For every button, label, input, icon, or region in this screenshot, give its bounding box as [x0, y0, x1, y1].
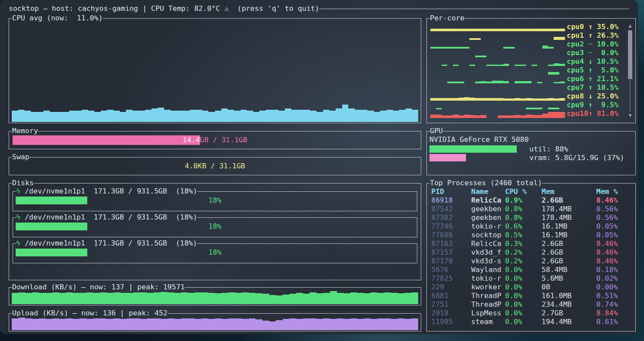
chart-bar — [140, 292, 147, 304]
process-row[interactable]: 5676Wayland0.0%58.4MB0.18% — [431, 266, 633, 274]
process-cell: 178.4MB — [542, 213, 596, 222]
chart-bar — [289, 294, 296, 304]
chart-bar — [361, 110, 367, 122]
chart-bar — [412, 110, 418, 122]
app-title-bar: socktop — host: cachyos-gaming | CPU Tem… — [9, 4, 629, 13]
process-cell: 0.0% — [505, 266, 542, 274]
chart-bar — [215, 318, 222, 330]
chart-bar — [79, 293, 86, 304]
process-cell: ThreadP — [471, 300, 505, 309]
chart-bar — [19, 318, 26, 330]
core-row: cpu0 ↑ 35.0% — [430, 23, 625, 31]
core-sparkline — [430, 40, 565, 49]
process-row[interactable]: 77746tokio-r0.6%16.1MB0.05% — [431, 222, 633, 231]
core-sparkline — [430, 31, 565, 40]
chart-bar — [147, 293, 154, 304]
process-row[interactable]: 87542geekben0.8%178.4MB0.56% — [431, 205, 633, 213]
disk-gauge-label: 18% — [16, 249, 414, 256]
chart-bar — [559, 112, 565, 118]
cpu-avg-chart — [12, 20, 418, 122]
chart-bar — [181, 292, 188, 304]
process-cell: 8.46% — [596, 196, 633, 205]
core-sparkline — [430, 75, 565, 83]
core-row: cpu5 ↑ 5.0% — [430, 66, 625, 75]
core-row: cpu4 ↓ 10.5% — [430, 57, 625, 66]
chart-bar — [100, 318, 107, 330]
chart-bar — [343, 319, 350, 330]
chart-bar — [289, 318, 296, 330]
chart-bar — [459, 115, 464, 118]
core-sparkline — [430, 109, 565, 118]
process-cell: 5676 — [431, 266, 471, 274]
core-label: cpu4 ↓ 10.5% — [567, 57, 625, 66]
process-cell: 0B — [542, 283, 596, 292]
process-cell: 0.05% — [596, 222, 633, 231]
process-row[interactable]: 2918LspMess0.0%2.7GB8.84% — [431, 309, 633, 318]
process-cell: 2.6GB — [542, 196, 596, 205]
upload-chart — [12, 315, 418, 330]
chart-bar — [18, 110, 25, 122]
core-sparkline — [430, 66, 565, 75]
process-row[interactable]: 11985steam0.0%194.4MB0.61% — [431, 318, 633, 326]
chart-bar — [19, 292, 26, 304]
chart-bar — [259, 111, 266, 122]
desktop: { "title_bar": { "text": "socktop — host… — [0, 0, 644, 341]
chart-bar — [291, 110, 298, 122]
disk-usage: 171.3GB / 931.5GB (18%) — [85, 239, 197, 247]
chart-bar — [113, 292, 120, 304]
flash-icon: ϟ — [16, 239, 25, 247]
chart-bar — [181, 318, 188, 330]
process-row[interactable]: 6881ThreadP0.0%161.0MB0.51% — [431, 292, 633, 300]
process-row[interactable]: 77825tokio-r0.0%5.6MB0.02% — [431, 274, 633, 283]
process-row[interactable]: 86918RelicCa0.9%2.6GB8.46% — [431, 196, 633, 205]
chart-bar — [406, 108, 412, 122]
process-row[interactable]: 87170vkd3d-s0.2%2.6GB8.46% — [431, 257, 633, 266]
process-cell: 0.5% — [505, 231, 542, 239]
gpu-panel: GPU NVIDIA GeForce RTX 5080 util: 88% vr… — [426, 131, 636, 175]
chart-bar — [94, 112, 101, 122]
chart-bar — [253, 112, 260, 122]
scroll-down-icon[interactable]: ▼ — [627, 112, 633, 118]
core-sparkline — [430, 23, 565, 31]
chart-bar — [357, 319, 364, 330]
chart-bar — [526, 115, 532, 118]
chart-bar — [183, 111, 190, 122]
process-cell: 2.7GB — [542, 309, 596, 318]
chart-bar — [113, 111, 120, 122]
chart-bar — [43, 111, 50, 122]
chart-bar — [168, 318, 175, 330]
process-rows: 86918RelicCa0.9%2.6GB8.46%87542geekben0.… — [431, 196, 633, 326]
memory-gauge: 14.4GB / 31.1GB 14.4GB / 31.1GB — [13, 135, 417, 145]
process-cell: vkd3d_f — [471, 248, 505, 257]
chart-bar — [140, 319, 147, 330]
process-row[interactable]: 87163RelicCa0.3%2.6GB8.46% — [431, 239, 633, 248]
chart-bar — [134, 292, 141, 304]
core-rows: cpu0 ↑ 35.0%cpu1 ↑ 26.3%cpu2 ╌ 10.0%cpu3… — [430, 23, 625, 118]
scrollbar-thumb[interactable] — [628, 30, 632, 79]
scroll-up-icon[interactable]: ▲ — [627, 23, 633, 29]
core-sparkline — [430, 57, 565, 66]
process-cell: 16.1MB — [542, 222, 596, 231]
process-cell: socktop — [471, 231, 505, 239]
scrollbar[interactable]: ▲ ▼ — [627, 23, 633, 118]
chart-bar — [548, 112, 554, 118]
process-cell: 0.56% — [596, 205, 633, 213]
process-row[interactable]: 87382geekben0.8%178.4MB0.56% — [431, 213, 633, 222]
core-sparkline — [430, 101, 565, 109]
process-cell: 16.1MB — [542, 231, 596, 239]
process-cell: 234.4MB — [542, 300, 596, 309]
chart-bar — [201, 318, 208, 330]
chart-bar — [82, 110, 88, 122]
process-row[interactable]: 87157vkd3d_f0.2%2.6GB8.46% — [431, 248, 633, 257]
core-row: cpu10↑ 81.0% — [430, 109, 625, 118]
chart-bar — [12, 293, 19, 304]
core-label: cpu9 ↑ 9.5% — [567, 101, 625, 109]
process-row[interactable]: 2751ThreadP0.0%234.4MB0.74% — [431, 300, 633, 309]
process-cell: 6881 — [431, 292, 471, 300]
chart-bar — [228, 110, 234, 122]
process-row[interactable]: 77686socktop0.5%16.1MB0.05% — [431, 231, 633, 239]
chart-bar — [59, 293, 66, 304]
chart-bar — [73, 293, 79, 304]
process-row[interactable]: 229kworker0.0%0B0.00% — [431, 283, 633, 292]
chart-bar — [430, 115, 436, 118]
